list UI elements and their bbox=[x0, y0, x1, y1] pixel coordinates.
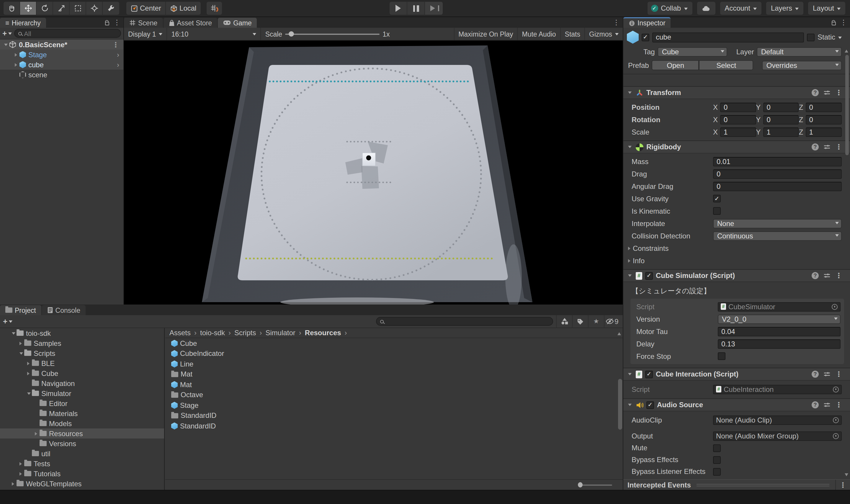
presets-icon[interactable] bbox=[824, 401, 831, 408]
mute-checkbox[interactable] bbox=[713, 444, 721, 452]
hierarchy-item-scene[interactable]: scene bbox=[0, 70, 123, 80]
presets-icon[interactable] bbox=[824, 143, 831, 150]
tab-game[interactable]: Game bbox=[218, 18, 257, 28]
tree-item[interactable]: Materials bbox=[0, 408, 164, 418]
scroll-up-icon[interactable] bbox=[845, 48, 848, 53]
hierarchy-item-cube[interactable]: cube › bbox=[0, 60, 123, 70]
interpolate-dropdown[interactable]: None bbox=[713, 219, 842, 228]
scale-x-field[interactable]: 1 bbox=[720, 127, 756, 137]
project-search-input[interactable] bbox=[386, 318, 549, 325]
kebab-icon[interactable]: ⋮ bbox=[839, 481, 847, 488]
project-search[interactable] bbox=[376, 317, 553, 326]
file-item[interactable]: StandardID bbox=[165, 411, 623, 421]
tree-item[interactable]: Samples bbox=[0, 338, 164, 348]
kebab-icon[interactable]: ⋮ bbox=[835, 89, 842, 96]
search-by-label-button[interactable] bbox=[572, 315, 588, 328]
object-picker-icon[interactable] bbox=[833, 417, 839, 423]
tree-item[interactable]: WebGLTemplates bbox=[0, 479, 164, 489]
kebab-icon[interactable]: ⋮ bbox=[835, 143, 842, 150]
drag-field[interactable]: 0 bbox=[713, 169, 842, 179]
lock-icon[interactable] bbox=[105, 21, 109, 25]
kebab-icon[interactable]: ⋮ bbox=[113, 19, 121, 26]
is-kinematic-checkbox[interactable] bbox=[713, 207, 721, 215]
file-item[interactable]: Mat bbox=[165, 379, 623, 390]
tab-project[interactable]: Project bbox=[0, 305, 41, 315]
version-dropdown[interactable]: V2_0_0 bbox=[718, 314, 840, 324]
presets-icon[interactable] bbox=[824, 89, 831, 96]
use-gravity-checkbox[interactable] bbox=[713, 195, 721, 202]
tree-item[interactable]: Tutorials bbox=[0, 469, 164, 479]
bypass-effects-checkbox[interactable] bbox=[713, 456, 721, 464]
tree-item[interactable]: Navigation bbox=[0, 378, 164, 388]
play-button[interactable] bbox=[390, 2, 407, 15]
pivot-center-button[interactable]: Center bbox=[126, 2, 166, 15]
kebab-icon[interactable]: ⋮ bbox=[112, 41, 119, 48]
presets-icon[interactable] bbox=[824, 272, 831, 279]
create-object-button[interactable]: + bbox=[2, 29, 12, 38]
pause-button[interactable] bbox=[407, 2, 425, 15]
account-dropdown[interactable]: Account bbox=[720, 2, 761, 15]
tree-item[interactable]: toio-sdk bbox=[0, 328, 164, 338]
prefab-open-arrow[interactable]: › bbox=[117, 60, 119, 69]
cloud-button[interactable] bbox=[697, 2, 715, 15]
constraints-foldout[interactable]: Constraints bbox=[623, 242, 850, 254]
create-asset-button[interactable]: + bbox=[3, 317, 12, 326]
object-picker-icon[interactable] bbox=[833, 433, 839, 439]
tab-scene[interactable]: Scene bbox=[124, 18, 163, 28]
transform-tool-button[interactable] bbox=[86, 2, 103, 15]
breadcrumb-item-current[interactable]: Resources bbox=[305, 329, 341, 337]
file-item[interactable]: StandardID bbox=[165, 421, 623, 431]
foldout-open-icon[interactable] bbox=[4, 43, 7, 48]
component-enable-checkbox[interactable] bbox=[645, 272, 653, 280]
scroll-down-icon[interactable] bbox=[845, 473, 848, 478]
scale-slider[interactable] bbox=[285, 33, 380, 35]
foldout-closed-icon[interactable] bbox=[15, 63, 19, 66]
mute-audio-toggle[interactable]: Mute Audio bbox=[518, 28, 560, 40]
breadcrumb-item[interactable]: Assets bbox=[169, 329, 191, 337]
foldout-open-icon[interactable] bbox=[628, 373, 631, 377]
intercepted-events-bar[interactable]: Intercepted Events ⋮ bbox=[623, 479, 850, 490]
rotation-y-field[interactable]: 0 bbox=[763, 115, 799, 124]
scene-header-row[interactable]: 0.BasicScene* ⋮ bbox=[0, 39, 123, 50]
maximize-on-play-toggle[interactable]: Maximize On Play bbox=[454, 28, 517, 40]
scrollbar-thumb[interactable] bbox=[845, 55, 849, 155]
gameobject-name-field[interactable] bbox=[652, 32, 804, 42]
file-item[interactable]: Stage bbox=[165, 400, 623, 411]
component-header-audio-source[interactable]: Audio Source ⋮ bbox=[623, 398, 850, 411]
position-x-field[interactable]: 0 bbox=[720, 102, 756, 112]
motor-tau-field[interactable]: 0.04 bbox=[718, 327, 840, 336]
kebab-icon[interactable]: ⋮ bbox=[835, 272, 842, 279]
tree-item[interactable]: Tests bbox=[0, 458, 164, 469]
tree-item[interactable]: Scripts bbox=[0, 348, 164, 358]
tree-item[interactable]: Cube bbox=[0, 368, 164, 378]
component-header-cube-interaction[interactable]: Cube Interaction (Script) ⋮ bbox=[623, 368, 850, 381]
search-by-type-button[interactable] bbox=[556, 315, 572, 328]
mass-field[interactable]: 0.01 bbox=[713, 157, 842, 166]
game-viewport[interactable] bbox=[124, 41, 623, 305]
kebab-icon[interactable]: ⋮ bbox=[835, 371, 842, 378]
lock-icon[interactable] bbox=[832, 21, 836, 25]
component-header-rigidbody[interactable]: Rigidbody ⋮ bbox=[623, 141, 850, 154]
collision-detection-dropdown[interactable]: Continuous bbox=[713, 231, 842, 240]
tab-console[interactable]: Console bbox=[42, 305, 86, 315]
active-checkbox[interactable] bbox=[641, 33, 649, 41]
tab-asset-store[interactable]: Asset Store bbox=[163, 18, 217, 28]
display-dropdown[interactable]: Display 1 bbox=[124, 28, 167, 40]
inspector-scrollbar[interactable] bbox=[844, 47, 849, 479]
file-item[interactable]: Octave bbox=[165, 390, 623, 400]
tag-dropdown[interactable]: Cube bbox=[658, 47, 727, 57]
tab-hierarchy[interactable]: ≡ Hierarchy bbox=[0, 18, 46, 28]
help-icon[interactable] bbox=[812, 272, 819, 279]
layer-dropdown[interactable]: Default bbox=[757, 47, 842, 57]
grid-snap-button[interactable] bbox=[206, 2, 222, 15]
tree-item[interactable]: Versions bbox=[0, 438, 164, 449]
prefab-open-arrow[interactable]: › bbox=[117, 51, 119, 59]
tree-item[interactable]: Simulator bbox=[0, 388, 164, 398]
scale-tool-button[interactable] bbox=[53, 2, 70, 15]
help-icon[interactable] bbox=[812, 401, 819, 408]
scale-z-field[interactable]: 1 bbox=[806, 127, 842, 137]
tree-item[interactable]: BLE bbox=[0, 358, 164, 368]
slider-thumb[interactable] bbox=[578, 482, 583, 487]
layout-dropdown[interactable]: Layout bbox=[808, 2, 845, 15]
bypass-listener-effects-checkbox[interactable] bbox=[713, 468, 721, 475]
